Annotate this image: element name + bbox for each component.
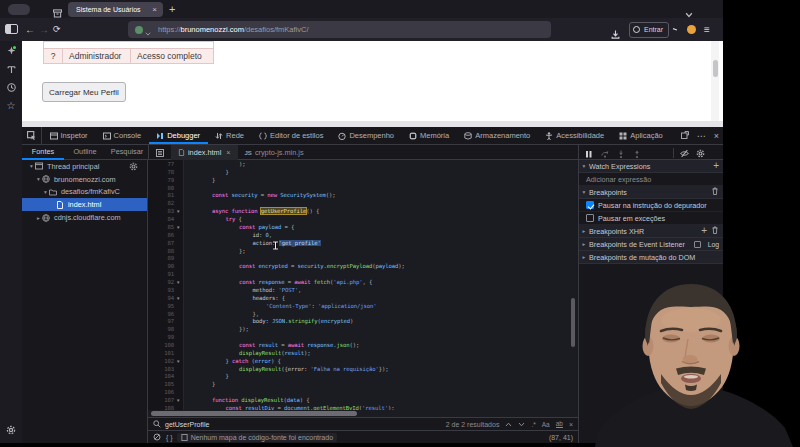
section-breakpoints[interactable]: ▾Breakpoints — [579, 186, 723, 199]
code-line-84[interactable]: 84try { — [148, 216, 578, 224]
code-line-81[interactable]: 81const security = new SecuritySystem(); — [148, 192, 578, 200]
code-line-94[interactable]: 94▼headers: { — [148, 295, 578, 303]
code-line-107[interactable]: 107▼function displayResult(data) { — [148, 397, 578, 405]
devtools-tab-inspetor[interactable]: Inspetor — [42, 127, 95, 144]
search-query[interactable]: getUserProfile — [165, 421, 209, 428]
code-line-80[interactable]: 80 — [148, 185, 578, 193]
whole-word-toggle-icon[interactable]: ab — [556, 420, 563, 428]
code-line-102[interactable]: 102▼} catch (error) { — [148, 358, 578, 366]
code-line-104[interactable]: 104} — [148, 373, 578, 381]
ignore-exceptions-icon[interactable] — [680, 144, 689, 162]
sidebar-toggle-icon[interactable] — [5, 24, 18, 34]
responsive-mode-icon[interactable] — [681, 131, 689, 141]
reload-button[interactable]: ⟳ — [53, 18, 61, 41]
code-line-87[interactable]: 87action: 'get_profile' — [148, 240, 578, 248]
code-line-101[interactable]: 101displayResult(result); — [148, 350, 578, 358]
pick-element-icon[interactable] — [22, 127, 42, 144]
fold-arrow-icon[interactable]: ▼ — [176, 224, 184, 232]
page-scrollbar[interactable] — [711, 41, 719, 121]
close-search-icon[interactable]: × — [569, 421, 573, 428]
code-line-96[interactable]: 96}, — [148, 311, 578, 319]
menu-icon[interactable]: ≡ — [704, 18, 710, 41]
devtools-tab-acessibilidade[interactable]: Acessibilidade — [538, 127, 612, 144]
load-profile-button[interactable]: Carregar Meu Perfil — [42, 82, 126, 102]
fold-arrow-icon[interactable]: ▼ — [176, 208, 184, 216]
tree-item-thread-principal[interactable]: ▾Thread principal — [22, 160, 147, 173]
fold-arrow-icon[interactable]: ▼ — [176, 358, 184, 366]
editor-vscrollbar-thumb[interactable] — [571, 298, 575, 347]
editor-hscrollbar-thumb[interactable] — [151, 411, 357, 416]
editor-hscrollbar[interactable] — [148, 410, 578, 417]
section-dom-breakpoints[interactable]: ▸Breakpoints de mutação do DOM — [579, 251, 723, 264]
close-devtools-icon[interactable]: × — [714, 131, 719, 141]
debugger-settings-gear-icon[interactable] — [696, 144, 705, 162]
close-tab-icon[interactable]: × — [226, 148, 230, 157]
pause-debugger-row[interactable]: Pausar na instrução do depurador — [579, 199, 723, 212]
pause-icon[interactable] — [585, 144, 593, 162]
bookmarks-toolbar-icon[interactable] — [0, 65, 22, 76]
devtools-tab-armazenamento[interactable]: Armazenamento — [457, 127, 538, 144]
code-line-103[interactable]: 103displayResult({error: 'Falha na requi… — [148, 366, 578, 374]
code-line-83[interactable]: 83▼async function getUserProfile() { — [148, 208, 578, 216]
signin-button[interactable]: Entrar — [629, 22, 669, 38]
devtools-tab-console[interactable]: Console — [95, 127, 149, 144]
new-tab-button[interactable]: + — [169, 2, 175, 17]
step-in-icon[interactable] — [617, 144, 625, 162]
source-list-icon[interactable] — [149, 145, 171, 160]
watch-placeholder[interactable]: Adicionar expressão — [579, 173, 723, 186]
step-out-icon[interactable] — [633, 144, 641, 162]
code-line-106[interactable]: 106 — [148, 389, 578, 397]
tree-item-cdnjs-cloudflare-com[interactable]: ▸cdnjs.cloudflare.com — [22, 211, 147, 224]
code-line-91[interactable]: 91 — [148, 271, 578, 279]
settings-gear-icon[interactable] — [0, 425, 22, 437]
fold-arrow-icon[interactable]: ▼ — [176, 397, 184, 405]
sourcemap-status[interactable]: Nenhum mapa de código-fonte foi encontra… — [177, 433, 337, 442]
sources-tab-pesquisar[interactable]: Pesquisar — [106, 145, 148, 160]
code-line-93[interactable]: 93method: 'POST', — [148, 287, 578, 295]
code-editor[interactable]: 77);78}79}8081const security = new Secur… — [148, 160, 578, 410]
code-line-92[interactable]: 92▼const response = await fetch('api.php… — [148, 279, 578, 287]
devtools-tab-memória[interactable]: Memória — [402, 127, 457, 144]
remove-xhr-icon[interactable] — [711, 226, 719, 236]
devtools-tab-editor-de-estilos[interactable]: Editor de estilos — [252, 127, 331, 144]
browser-tab[interactable]: Sistema de Usuários × — [68, 2, 163, 17]
extension-icon[interactable] — [668, 24, 678, 42]
code-line-98[interactable]: 98}); — [148, 326, 578, 334]
back-button[interactable]: ← — [25, 18, 35, 41]
code-line-100[interactable]: 100const result = await response.json(); — [148, 342, 578, 350]
ignore-source-icon[interactable] — [153, 433, 161, 441]
event-log-checkbox[interactable] — [694, 241, 701, 248]
tab-close-icon[interactable]: × — [152, 2, 157, 17]
code-line-85[interactable]: 85▼const payload = { — [148, 224, 578, 232]
pretty-print-icon[interactable]: { } — [166, 434, 173, 441]
fold-arrow-icon[interactable]: ▼ — [176, 295, 184, 303]
code-line-86[interactable]: 86id: 0, — [148, 232, 578, 240]
site-identity-icon[interactable] — [135, 26, 143, 34]
add-watch-icon[interactable]: + — [713, 161, 719, 171]
prev-result-icon[interactable] — [505, 422, 512, 427]
next-result-icon[interactable] — [518, 422, 525, 427]
sources-settings-gear-icon[interactable] — [129, 162, 141, 173]
section-event-breakpoints[interactable]: ▸Breakpoints de Event ListenerLog — [579, 238, 723, 251]
history-icon[interactable] — [0, 83, 22, 94]
code-line-89[interactable]: 89 — [148, 255, 578, 263]
extension-badge-icon[interactable] — [687, 25, 696, 34]
fold-arrow-icon[interactable]: ▼ — [176, 279, 184, 287]
pause-debugger-checkbox[interactable] — [586, 201, 594, 209]
window-controls[interactable] — [8, 4, 30, 15]
code-line-105[interactable]: 105} — [148, 381, 578, 389]
remove-breakpoints-icon[interactable] — [711, 187, 719, 197]
tree-item-desafios-fmkafivc[interactable]: ▾desafios/fmKafivC — [22, 186, 147, 199]
regex-toggle-icon[interactable]: .* — [531, 421, 535, 428]
code-line-97[interactable]: 97body: JSON.stringify(encrypted) — [148, 318, 578, 326]
code-line-88[interactable]: 88}; — [148, 248, 578, 256]
tree-item-brunomenozzi-com[interactable]: ▾brunomenozzi.com — [22, 173, 147, 186]
devtools-tab-debugger[interactable]: Debugger — [149, 127, 208, 144]
code-line-99[interactable]: 99 — [148, 334, 578, 342]
sources-tab-fontes[interactable]: Fontes — [22, 145, 64, 160]
code-line-77[interactable]: 77); — [148, 161, 578, 169]
page-scrollbar-thumb[interactable] — [713, 60, 718, 77]
section-watch-expressions[interactable]: ▾Watch Expressions+ — [579, 160, 723, 173]
add-xhr-icon[interactable]: + — [701, 226, 707, 236]
sources-tab-outline[interactable]: Outline — [64, 145, 106, 160]
